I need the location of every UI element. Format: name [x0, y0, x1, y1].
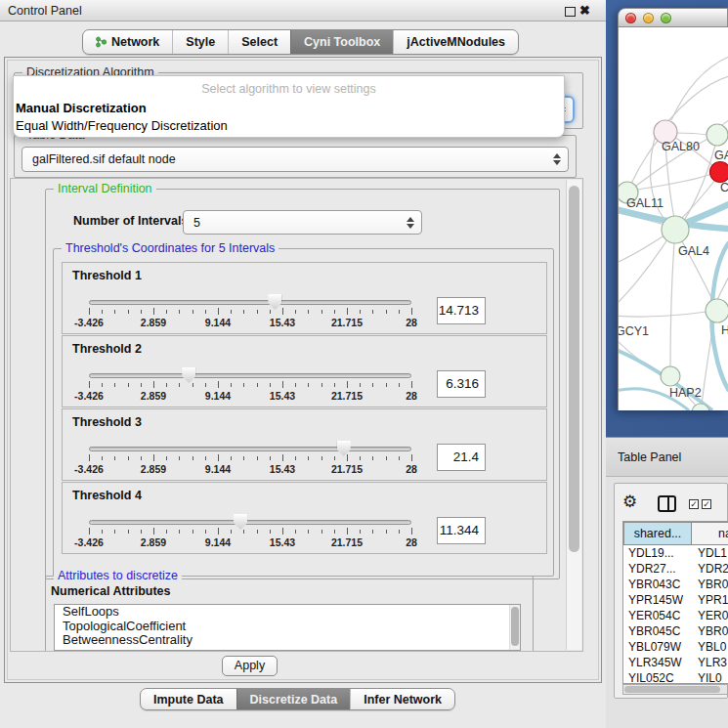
slider-tick-label: 15.43: [259, 463, 306, 475]
slider-tick-label: 21.715: [323, 390, 370, 402]
network-node-label: GAL80: [662, 140, 700, 153]
tab-label: Discretize Data: [250, 693, 338, 707]
slider-tick: [231, 383, 232, 387]
gear-icon[interactable]: ⚙: [622, 492, 637, 511]
scrollbar-thumb[interactable]: [569, 186, 579, 552]
slider-tick: [128, 383, 129, 387]
threshold-value-field[interactable]: 21.4: [437, 444, 486, 471]
network-node[interactable]: [707, 124, 728, 146]
table-row[interactable]: YLR345W YLR3: [623, 655, 728, 670]
threshold-value-field[interactable]: 14.713: [437, 297, 486, 324]
slider-tick: [347, 381, 348, 388]
slider-track[interactable]: [89, 300, 411, 305]
slider-thumb[interactable]: [234, 514, 247, 530]
network-window-titlebar[interactable]: [618, 8, 728, 27]
combo-value: 5: [193, 216, 200, 230]
table-row[interactable]: YER054C YER0: [623, 608, 728, 623]
table-row[interactable]: YBL079W YBL0: [623, 639, 728, 655]
slider-tick: [372, 456, 373, 460]
table-cell-shared-name: YBR043C: [623, 577, 692, 592]
slider-thumb[interactable]: [268, 294, 281, 310]
tab-select[interactable]: Select: [228, 30, 290, 54]
minimize-traffic-light-icon[interactable]: [643, 13, 654, 23]
table-data-combobox[interactable]: galFiltered.sif default node: [21, 147, 569, 172]
tab-discretize-data[interactable]: Discretize Data: [236, 689, 351, 709]
scrollbar-thumb[interactable]: [624, 686, 720, 693]
slider-tick: [128, 310, 129, 314]
zoom-traffic-light-icon[interactable]: [661, 13, 671, 23]
network-node[interactable]: [661, 366, 680, 386]
table-row[interactable]: YIL052C YIL0: [623, 670, 728, 684]
desktop-background: GAL80GACGAL11GAL4GCY1HHAP2: [606, 0, 728, 437]
attribute-item[interactable]: TopologicalCoefficient: [55, 620, 520, 634]
slider-thumb[interactable]: [337, 441, 351, 456]
tab-jactivemnodules[interactable]: jActiveMNodules: [393, 30, 518, 54]
table-row[interactable]: YPR145W YPR1: [623, 592, 728, 608]
column-header-shared-name[interactable]: shared...: [623, 522, 692, 545]
slider-tick: [399, 530, 400, 534]
list-scrollbar[interactable]: [509, 605, 520, 650]
table-horizontal-scrollbar[interactable]: [622, 684, 728, 695]
slider-tick: [102, 456, 103, 460]
checkbox-icon[interactable]: ✓: [702, 499, 711, 509]
network-node-label: HAP2: [669, 386, 702, 400]
number-of-intervals-combobox[interactable]: 5: [183, 210, 422, 235]
threshold-value-field[interactable]: 6.316: [437, 370, 486, 398]
table-row[interactable]: YBR045C YBR0: [623, 623, 728, 639]
close-icon[interactable]: ✖: [579, 3, 590, 18]
slider-track[interactable]: [89, 520, 411, 525]
network-node-label: GCY1: [619, 324, 649, 338]
settings-vertical-scrollbar[interactable]: [566, 180, 581, 650]
column-header-name[interactable]: na: [692, 522, 728, 545]
table-header-row: shared... na: [623, 522, 728, 545]
slider-tick: [386, 383, 387, 387]
popup-item-manual-discretization[interactable]: Manual Discretization: [16, 101, 147, 115]
network-node-label: GAL4: [678, 244, 709, 258]
slider-tick: [193, 310, 193, 314]
slider-track[interactable]: [89, 447, 411, 451]
threshold-label: Threshold 4: [72, 489, 142, 502]
popup-item-equal-width-frequency[interactable]: Equal Width/Frequency Discretization: [16, 118, 228, 133]
tab-impute-data[interactable]: Impute Data: [141, 689, 236, 709]
tab-style[interactable]: Style: [172, 30, 228, 54]
checkbox-icon[interactable]: ✓: [689, 499, 699, 509]
network-node[interactable]: [710, 162, 728, 183]
algorithm-dropdown-popup: Select algorithm to view settings Manual…: [13, 75, 565, 138]
slider-tick-label: -3.426: [65, 390, 112, 402]
column-layout-icon[interactable]: [658, 495, 676, 512]
slider-tick: [308, 530, 309, 534]
attribute-item[interactable]: BetweennessCentrality: [55, 633, 520, 648]
numerical-attributes-list[interactable]: SelfLoopsTopologicalCoefficientBetweenne…: [54, 604, 521, 651]
table-panel-titlebar: Table Panel: [606, 437, 728, 477]
tab-label: Network: [111, 35, 159, 49]
table-row[interactable]: YDR27... YDR2: [623, 561, 728, 577]
attribute-item[interactable]: SelfLoops: [55, 605, 520, 620]
float-window-icon[interactable]: [565, 7, 576, 17]
tab-label: Impute Data: [153, 693, 224, 707]
node-attribute-table[interactable]: shared... na YDL19... YDL1YDR27... YDR2Y…: [622, 521, 728, 684]
tab-network[interactable]: Network: [83, 30, 172, 54]
threshold-value-field[interactable]: 11.344: [437, 517, 486, 544]
slider-tick: [128, 530, 129, 534]
slider-tick: [153, 528, 154, 535]
slider-thumb[interactable]: [182, 367, 195, 383]
network-tree-icon: [96, 36, 107, 48]
tab-infer-network[interactable]: Infer Network: [350, 689, 454, 709]
network-canvas[interactable]: GAL80GACGAL11GAL4GCY1HHAP2: [618, 27, 728, 410]
slider-tick: [386, 456, 387, 460]
slider-tick: [193, 530, 193, 534]
network-node[interactable]: [706, 299, 728, 322]
table-row[interactable]: YDL19... YDL1: [623, 545, 728, 561]
slider-tick: [179, 310, 180, 314]
number-of-intervals-label: Number of Intervals: [73, 214, 188, 228]
threshold-panel: Threshold 3 -3.4262.8599.14415.4321.7152…: [62, 408, 547, 481]
apply-button[interactable]: Apply: [222, 656, 278, 676]
slider-tick: [231, 310, 232, 314]
scrollbar-thumb[interactable]: [511, 607, 519, 646]
slider-track[interactable]: [89, 373, 411, 378]
network-node[interactable]: [662, 216, 689, 243]
close-traffic-light-icon[interactable]: [625, 13, 636, 23]
slider-tick-label: 2.859: [130, 317, 177, 328]
tab-cyni-toolbox[interactable]: Cyni Toolbox: [290, 30, 393, 54]
table-row[interactable]: YBR043C YBR0: [623, 577, 728, 592]
